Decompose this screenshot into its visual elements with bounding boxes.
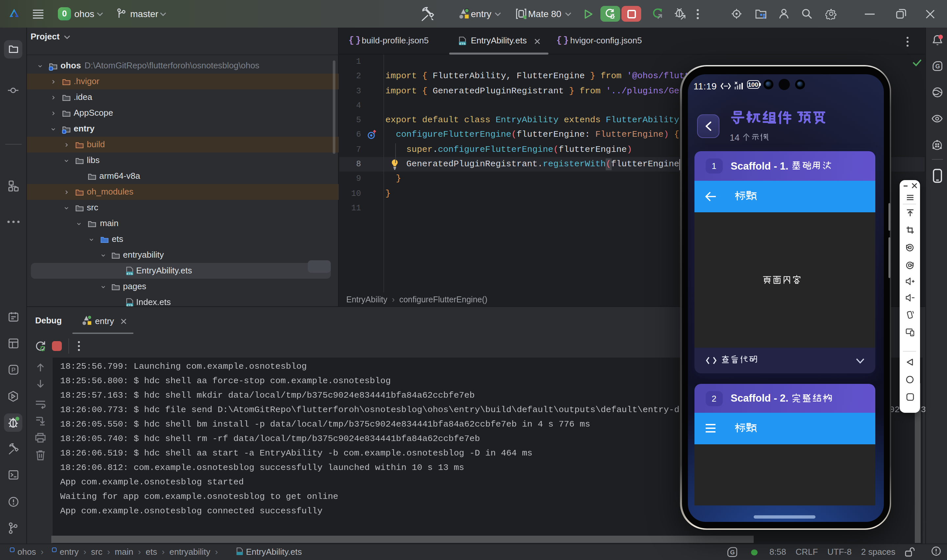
svg-text:G: G	[935, 63, 939, 70]
svg-text:ETS: ETS	[459, 42, 466, 45]
svg-text:G: G	[730, 549, 735, 556]
svg-text:ETS: ETS	[126, 271, 133, 275]
svg-text:P: P	[11, 366, 15, 373]
